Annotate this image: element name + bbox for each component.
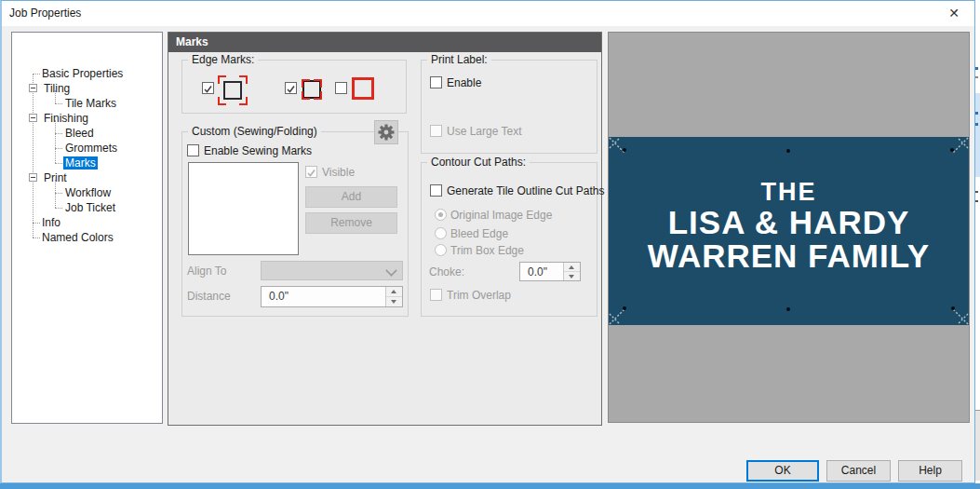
banner-text-line: WARREN FAMILY	[609, 239, 969, 273]
tree-item-tile-marks[interactable]: Tile Marks	[63, 96, 118, 111]
align-to-dropdown	[261, 261, 403, 280]
align-to-label: Align To	[187, 265, 226, 278]
tree-guide-line	[33, 74, 34, 238]
corner-mark-icon	[609, 137, 631, 159]
edge-mark-tile-corner-checkbox[interactable]	[285, 82, 297, 94]
background-window-bottom-border	[0, 483, 980, 489]
distance-value: 0.0"	[269, 290, 289, 303]
visible-checkbox	[305, 166, 317, 178]
help-button[interactable]: Help	[898, 460, 962, 482]
use-large-text-label: Use Large Text	[447, 125, 522, 138]
tree-item-tiling[interactable]: Tiling	[42, 81, 72, 96]
radio-trim-box-edge-label: Trim Box Edge	[450, 244, 524, 257]
sewing-marks-list[interactable]	[188, 162, 299, 255]
edge-marks-title: Edge Marks:	[188, 53, 258, 66]
custom-sewing-title: Custom (Sewing/Folding)	[188, 125, 321, 138]
tree-expander-tiling[interactable]	[29, 84, 37, 92]
radio-bleed-edge	[435, 227, 447, 239]
banner-artwork: THE LISA & HARDY WARREN FAMILY	[609, 137, 969, 325]
contour-cut-paths-title: Contour Cut Paths:	[427, 156, 530, 169]
choke-value: 0.0"	[528, 265, 547, 278]
generate-tile-outline-checkbox[interactable]	[430, 184, 442, 197]
sewing-settings-button[interactable]	[374, 120, 398, 144]
tree-expander-finishing[interactable]	[29, 114, 37, 122]
panel-body: Edge Marks:	[168, 52, 601, 425]
marks-panel: Marks Edge Marks:	[168, 32, 602, 426]
tree-item-info[interactable]: Info	[40, 215, 62, 230]
trim-overlap-checkbox	[430, 289, 442, 301]
corner-mark-icon	[609, 303, 631, 325]
panel-header: Marks	[168, 33, 601, 52]
tree-item-grommets[interactable]: Grommets	[63, 141, 119, 156]
grommet-dot	[950, 148, 954, 152]
titlebar: Job Properties ✕	[2, 1, 974, 26]
grommet-dot	[786, 307, 790, 311]
enable-sewing-marks-checkbox[interactable]	[187, 144, 199, 156]
grommet-dot	[623, 148, 626, 152]
job-properties-dialog: Job Properties ✕ Basic Properties Tiling…	[0, 0, 975, 483]
corner-mark-icon	[946, 303, 969, 325]
tree-item-basic-properties[interactable]: Basic Properties	[40, 66, 125, 81]
distance-spinner: 0.0"	[261, 286, 403, 307]
enable-sewing-marks-label: Enable Sewing Marks	[204, 144, 312, 157]
use-large-text-checkbox	[430, 125, 442, 137]
trim-overlap-label: Trim Overlap	[447, 289, 511, 302]
radio-trim-box-edge	[435, 244, 447, 256]
cancel-button[interactable]: Cancel	[826, 460, 891, 482]
print-label-title: Print Label:	[427, 53, 491, 66]
remove-button: Remove	[305, 212, 397, 234]
choke-spinner: 0.0"	[519, 262, 581, 281]
distance-label: Distance	[187, 290, 231, 303]
job-preview: THE LISA & HARDY WARREN FAMILY	[608, 32, 970, 423]
tree-item-bleed[interactable]: Bleed	[63, 126, 96, 141]
banner-text-line: LISA & HARDY	[609, 206, 969, 239]
edge-mark-outline-checkbox[interactable]	[335, 82, 347, 94]
banner-text-line: THE	[609, 178, 969, 206]
generate-tile-outline-label: Generate Tile Outline Cut Paths	[447, 184, 604, 197]
chevron-down-icon	[385, 265, 396, 276]
print-label-enable-checkbox[interactable]	[430, 76, 442, 88]
settings-tree: Basic Properties Tiling Tile Marks Finis…	[11, 32, 163, 424]
add-button: Add	[305, 186, 397, 208]
choke-label: Choke:	[429, 265, 464, 278]
tile-corner-marks-icon	[302, 80, 321, 99]
tree-expander-print[interactable]	[29, 173, 37, 182]
close-icon[interactable]: ✕	[941, 3, 967, 23]
ok-button[interactable]: OK	[746, 460, 819, 482]
grommet-dot	[951, 306, 955, 310]
edge-mark-corner-crop-checkbox[interactable]	[202, 82, 214, 94]
tree-item-named-colors[interactable]: Named Colors	[40, 230, 115, 245]
crop-corner-marks-icon	[218, 75, 248, 105]
screen: Job Properties ✕ Basic Properties Tiling…	[0, 0, 980, 489]
tree-item-finishing[interactable]: Finishing	[42, 111, 90, 126]
radio-bleed-edge-label: Bleed Edge	[450, 227, 508, 240]
tree-item-job-ticket[interactable]: Job Ticket	[63, 200, 117, 215]
print-label-group: Print Label:	[421, 60, 597, 154]
grommet-dot	[623, 306, 626, 310]
grommet-dot	[786, 149, 790, 153]
gear-icon	[378, 124, 395, 141]
tree-item-workflow[interactable]: Workflow	[63, 185, 113, 200]
print-label-enable-label: Enable	[447, 76, 481, 89]
dialog-title: Job Properties	[9, 7, 81, 20]
spin-down-icon	[386, 296, 402, 307]
tree-item-marks[interactable]: Marks	[63, 156, 98, 170]
visible-label: Visible	[322, 166, 355, 179]
radio-original-image-edge	[435, 209, 447, 221]
radio-original-image-edge-label: Original Image Edge	[450, 209, 552, 222]
